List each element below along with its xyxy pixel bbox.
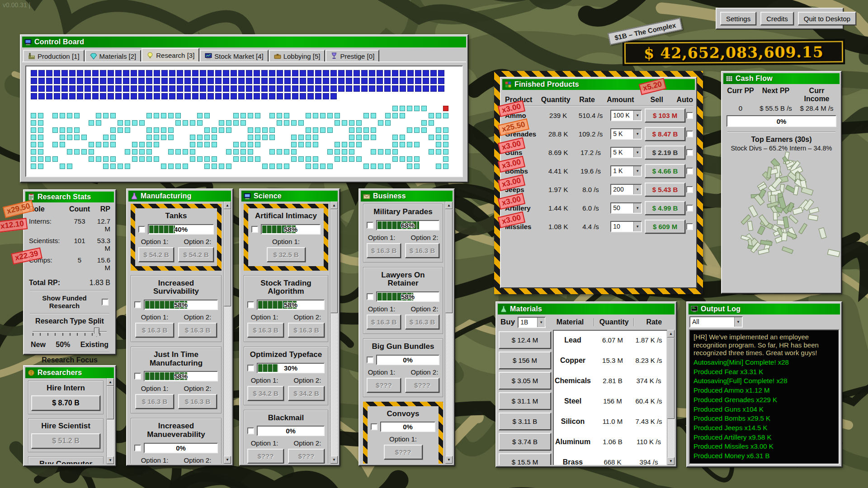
sell-amount-dropdown[interactable]: 200▼ <box>610 184 642 195</box>
tab-stock-market-4[interactable]: Stock Market [4] <box>200 50 268 61</box>
option-price-button[interactable]: $ 54.2 B <box>178 247 214 262</box>
auto-sell-checkbox[interactable] <box>686 223 693 230</box>
auto-sell-checkbox[interactable] <box>686 205 693 211</box>
titlebar-finished-products[interactable]: Finished Products <box>502 79 695 90</box>
sell-button[interactable]: $ 609 M <box>645 220 685 234</box>
sell-amount-dropdown[interactable]: 50▼ <box>610 202 642 214</box>
dropdown-arrow-icon[interactable]: ▼ <box>734 317 742 327</box>
research-checkbox[interactable] <box>134 373 141 380</box>
scroll-thumb[interactable] <box>667 338 675 419</box>
titlebar-research-stats[interactable]: Research Stats <box>25 192 114 202</box>
sell-amount-dropdown[interactable]: 1 K▼ <box>610 165 642 177</box>
hire-intern-button[interactable]: $ 8.70 B <box>31 395 100 411</box>
option-price-button[interactable]: $ 16.3 B <box>135 323 174 338</box>
sell-button[interactable]: $ 4.99 B <box>645 201 685 215</box>
research-checkbox[interactable] <box>247 427 254 434</box>
tab-research-3[interactable]: Research [3] <box>142 48 199 61</box>
buy-silicon-button[interactable]: $ 3.11 B <box>499 413 551 430</box>
option-price-button[interactable]: $??? <box>384 445 423 460</box>
research-checkbox[interactable] <box>247 365 254 371</box>
dropdown-arrow-icon[interactable]: ▼ <box>633 148 641 157</box>
option-price-button[interactable]: $ 34.2 B <box>247 386 284 401</box>
researchers-scrollbar[interactable]: ▲ ▼ <box>106 378 114 464</box>
option-price-button[interactable]: $ 16.3 B <box>247 323 284 338</box>
sell-button[interactable]: $ 4.66 B <box>645 164 685 178</box>
log-filter-dropdown[interactable]: All ▼ <box>689 316 743 328</box>
scroll-down-button[interactable]: ▼ <box>667 457 675 465</box>
manufacturing-scrollbar[interactable]: ▲ ▼ <box>223 202 231 464</box>
type-split-slider[interactable] <box>32 326 108 340</box>
scroll-down-button[interactable]: ▼ <box>224 456 231 464</box>
show-funded-checkbox[interactable] <box>102 299 108 305</box>
buy-steel-button[interactable]: $ 31.1 M <box>499 392 551 410</box>
sell-amount-dropdown[interactable]: 10▼ <box>610 221 642 232</box>
sell-button[interactable]: $ 2.19 B <box>645 145 685 160</box>
titlebar-output-log[interactable]: Output Log <box>689 304 840 314</box>
option-price-button[interactable]: $ 34.2 B <box>288 386 325 401</box>
dropdown-arrow-icon[interactable]: ▼ <box>633 203 641 213</box>
scroll-thumb[interactable] <box>107 386 114 419</box>
option-price-button[interactable]: $ 16.3 B <box>367 314 401 329</box>
research-checkbox[interactable] <box>367 357 373 363</box>
credits-button[interactable]: Credits <box>760 12 794 25</box>
auto-sell-checkbox[interactable] <box>686 149 693 156</box>
buy-aluminum-button[interactable]: $ 3.74 B <box>499 433 551 450</box>
option-price-button[interactable]: $ 16.3 B <box>178 394 217 409</box>
research-checkbox[interactable] <box>251 226 258 233</box>
option-price-button[interactable]: $ 32.5 B <box>267 247 306 262</box>
buy-copper-button[interactable]: $ 156 M <box>499 352 551 369</box>
option-price-button[interactable]: $??? <box>367 378 401 393</box>
option-price-button[interactable]: $ 16.3 B <box>178 323 217 338</box>
scroll-up-button[interactable]: ▲ <box>107 378 114 386</box>
scroll-up-button[interactable]: ▲ <box>667 330 675 338</box>
auto-sell-checkbox[interactable] <box>686 168 693 174</box>
option-price-button[interactable]: $ 16.3 B <box>135 394 174 409</box>
sell-amount-dropdown[interactable]: 100 K▼ <box>610 110 642 121</box>
sell-amount-dropdown[interactable]: 5 K▼ <box>610 147 642 158</box>
research-checkbox[interactable] <box>367 293 373 300</box>
scroll-up-button[interactable]: ▲ <box>330 202 338 209</box>
option-price-button[interactable]: $??? <box>247 449 284 464</box>
option-price-button[interactable]: $??? <box>288 449 325 464</box>
scroll-up-button[interactable]: ▲ <box>445 202 453 209</box>
option-price-button[interactable]: $ 16.3 B <box>405 314 439 329</box>
dropdown-arrow-icon[interactable]: ▼ <box>633 111 641 120</box>
dropdown-arrow-icon[interactable]: ▼ <box>633 166 641 176</box>
buy-lead-button[interactable]: $ 12.4 M <box>499 331 551 349</box>
scroll-thumb[interactable] <box>330 209 338 313</box>
titlebar-science[interactable]: Science <box>241 191 338 202</box>
tab-materials-2[interactable]: Materials [2] <box>85 50 142 61</box>
auto-sell-checkbox[interactable] <box>686 112 693 119</box>
buy-chemicals-button[interactable]: $ 3.05 M <box>499 372 551 389</box>
scroll-up-button[interactable]: ▲ <box>224 202 231 209</box>
scroll-down-button[interactable]: ▼ <box>107 456 114 464</box>
option-price-button[interactable]: $ 16.3 B <box>288 323 325 338</box>
research-checkbox[interactable] <box>247 301 254 308</box>
option-price-button[interactable]: $ 54.2 B <box>138 247 174 262</box>
research-checkbox[interactable] <box>134 445 141 451</box>
auto-sell-checkbox[interactable] <box>686 186 693 193</box>
materials-scrollbar[interactable]: ▲ ▼ <box>667 330 675 465</box>
option-price-button[interactable]: $ 16.3 B <box>405 243 439 258</box>
scroll-thumb[interactable] <box>224 209 231 306</box>
option-price-button[interactable]: $ 16.3 B <box>367 243 401 258</box>
dropdown-arrow-icon[interactable]: ▼ <box>537 318 545 327</box>
research-checkbox[interactable] <box>371 423 377 430</box>
tab-prestige-0[interactable]: Prestige [0] <box>326 50 379 61</box>
titlebar-business[interactable]: Business <box>361 191 453 202</box>
tab-lobbying-5[interactable]: Lobbying [5] <box>269 50 326 61</box>
research-checkbox[interactable] <box>134 301 141 308</box>
scroll-down-button[interactable]: ▼ <box>330 456 338 464</box>
research-checkbox[interactable] <box>367 222 373 229</box>
science-scrollbar[interactable]: ▲ ▼ <box>330 202 338 464</box>
titlebar-researchers[interactable]: Researchers <box>25 367 114 378</box>
settings-button[interactable]: Settings <box>720 12 756 25</box>
buy-brass-button[interactable]: $ 15.5 M <box>499 453 551 465</box>
tab-production-1[interactable]: Production [1] <box>23 50 85 61</box>
scroll-down-button[interactable]: ▼ <box>445 456 453 464</box>
dropdown-arrow-icon[interactable]: ▼ <box>633 129 641 139</box>
business-scrollbar[interactable]: ▲ ▼ <box>445 202 453 464</box>
scroll-thumb[interactable] <box>445 209 453 313</box>
quit-to-desktop-button[interactable]: Quit to Desktop <box>798 12 856 25</box>
titlebar-control-board[interactable]: Control Board <box>22 37 466 47</box>
